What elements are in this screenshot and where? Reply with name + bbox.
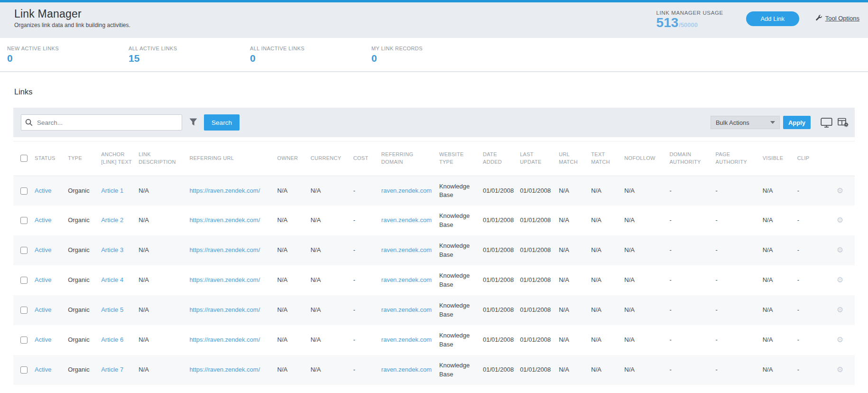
column-header-last-update[interactable]: LAST UPDATE: [520, 141, 559, 176]
cell-url-match: N/A: [559, 265, 591, 295]
filter-button[interactable]: [182, 114, 204, 131]
row-settings-gear-icon[interactable]: ⚙: [837, 245, 843, 254]
row-checkbox[interactable]: [20, 187, 28, 195]
column-header-text-match[interactable]: TEXT MATCH: [591, 141, 624, 176]
stats-bar: NEW ACTIVE LINKS 0 ALL ACTIVE LINKS 15 A…: [0, 38, 868, 72]
add-link-button[interactable]: Add Link: [746, 11, 799, 26]
cell-page-authority: -: [716, 325, 763, 355]
referring-domain-link[interactable]: raven.zendek.com: [381, 306, 432, 313]
search-input[interactable]: [21, 114, 182, 131]
cell-type: Organic: [68, 235, 101, 265]
referring-url-link[interactable]: https://raven.zendek.com/: [189, 336, 260, 343]
column-header-website-type[interactable]: WEBSITE TYPE: [439, 141, 483, 176]
cell-text-match: N/A: [591, 325, 624, 355]
column-header-page-authority[interactable]: PAGE AUTHORITY: [716, 141, 763, 176]
anchor-text-link[interactable]: Article 3: [101, 246, 123, 253]
cell-nofollow: N/A: [624, 295, 669, 325]
referring-url-link[interactable]: https://raven.zendek.com/: [189, 246, 260, 253]
referring-domain-link[interactable]: raven.zendek.com: [381, 336, 432, 343]
anchor-text-link[interactable]: Article 2: [101, 216, 123, 224]
cell-last-update: 01/01/2008: [520, 355, 559, 385]
anchor-text-link[interactable]: Article 7: [101, 366, 123, 373]
cell-referring-url: https://raven.zendek.com/: [189, 235, 277, 265]
column-header-cost[interactable]: COST: [353, 141, 381, 176]
cell-text-match: N/A: [591, 265, 624, 295]
bulk-actions-select[interactable]: Bulk Actions: [711, 116, 780, 129]
column-header-url-match[interactable]: URL MATCH: [559, 141, 591, 176]
referring-url-link[interactable]: https://raven.zendek.com/: [189, 276, 260, 283]
referring-url-link[interactable]: https://raven.zendek.com/: [189, 216, 260, 224]
status-link[interactable]: Active: [35, 246, 51, 253]
row-select-cell: [13, 206, 35, 235]
row-select-cell: [13, 176, 35, 206]
column-header-nofollow[interactable]: NOFOLLOW: [624, 141, 669, 176]
row-settings-header-cell: [825, 141, 855, 176]
cell-status: Active: [35, 355, 68, 385]
row-checkbox[interactable]: [20, 366, 28, 374]
column-header-currency[interactable]: CURRENCY: [311, 141, 353, 176]
column-header-date-added[interactable]: DATE ADDED: [483, 141, 520, 176]
row-settings-gear-icon[interactable]: ⚙: [837, 335, 843, 344]
column-header-domain-authority[interactable]: DOMAIN AUTHORITY: [669, 141, 715, 176]
cell-url-match: N/A: [559, 235, 591, 265]
referring-url-link[interactable]: https://raven.zendek.com/: [189, 366, 260, 373]
anchor-text-link[interactable]: Article 1: [101, 187, 123, 194]
cell-status: Active: [35, 176, 68, 206]
row-settings-gear-icon[interactable]: ⚙: [837, 275, 843, 284]
row-checkbox[interactable]: [20, 307, 28, 314]
referring-domain-link[interactable]: raven.zendek.com: [381, 246, 432, 253]
row-checkbox[interactable]: [20, 247, 28, 254]
referring-domain-link[interactable]: raven.zendek.com: [381, 216, 432, 224]
cell-domain-authority: -: [669, 265, 715, 295]
tool-options-link[interactable]: Tool Options: [815, 15, 859, 22]
cell-cost: -: [353, 265, 381, 295]
referring-url-link[interactable]: https://raven.zendek.com/: [189, 187, 260, 194]
status-link[interactable]: Active: [35, 366, 51, 373]
row-checkbox[interactable]: [20, 337, 28, 344]
status-link[interactable]: Active: [35, 276, 51, 283]
cell-status: Active: [35, 265, 68, 295]
row-settings-gear-icon[interactable]: ⚙: [837, 305, 843, 314]
status-link[interactable]: Active: [35, 187, 51, 194]
column-settings-icon[interactable]: [838, 118, 849, 127]
anchor-text-link[interactable]: Article 4: [101, 276, 123, 283]
cell-text-match: N/A: [591, 176, 624, 206]
status-link[interactable]: Active: [35, 216, 51, 224]
row-checkbox[interactable]: [20, 277, 28, 284]
column-header-visible[interactable]: VISIBLE: [763, 141, 797, 176]
status-link[interactable]: Active: [35, 306, 51, 313]
anchor-text-link[interactable]: Article 5: [101, 306, 123, 313]
column-header-referring-domain[interactable]: REFERRING DOMAIN: [381, 141, 439, 176]
referring-domain-link[interactable]: raven.zendek.com: [381, 366, 432, 373]
referring-domain-link[interactable]: raven.zendek.com: [381, 187, 432, 194]
column-header-anchor-link-text[interactable]: ANCHOR [LINK] TEXT: [101, 141, 139, 176]
column-header-owner[interactable]: OWNER: [277, 141, 311, 176]
search-button[interactable]: Search: [204, 114, 240, 131]
column-header-link-description[interactable]: LINK DESCRIPTION: [139, 141, 189, 176]
cell-currency: N/A: [311, 355, 353, 385]
select-all-checkbox[interactable]: [20, 155, 28, 162]
column-header-status[interactable]: STATUS: [35, 141, 68, 176]
row-settings-gear-icon[interactable]: ⚙: [837, 215, 843, 225]
row-settings-cell: ⚙: [825, 176, 855, 206]
cell-date-added: 01/01/2008: [483, 325, 520, 355]
cell-nofollow: N/A: [624, 206, 669, 235]
column-header-referring-url[interactable]: REFERRING URL: [189, 141, 277, 176]
monitor-view-icon[interactable]: [821, 118, 832, 128]
referring-url-link[interactable]: https://raven.zendek.com/: [189, 306, 260, 313]
row-settings-gear-icon[interactable]: ⚙: [837, 365, 843, 374]
row-settings-gear-icon[interactable]: ⚙: [837, 186, 843, 195]
anchor-text-link[interactable]: Article 6: [101, 336, 123, 343]
cell-status: Active: [35, 235, 68, 265]
column-header-type[interactable]: TYPE: [68, 141, 101, 176]
status-link[interactable]: Active: [35, 336, 51, 343]
apply-button[interactable]: Apply: [783, 116, 811, 129]
cell-domain-authority: -: [669, 176, 715, 206]
row-settings-cell: ⚙: [825, 265, 855, 295]
referring-domain-link[interactable]: raven.zendek.com: [381, 276, 432, 283]
column-header-clip[interactable]: CLIP: [797, 141, 825, 176]
tool-options-label: Tool Options: [825, 15, 859, 22]
row-checkbox[interactable]: [20, 217, 28, 224]
cell-status: Active: [35, 325, 68, 355]
cell-currency: N/A: [311, 235, 353, 265]
